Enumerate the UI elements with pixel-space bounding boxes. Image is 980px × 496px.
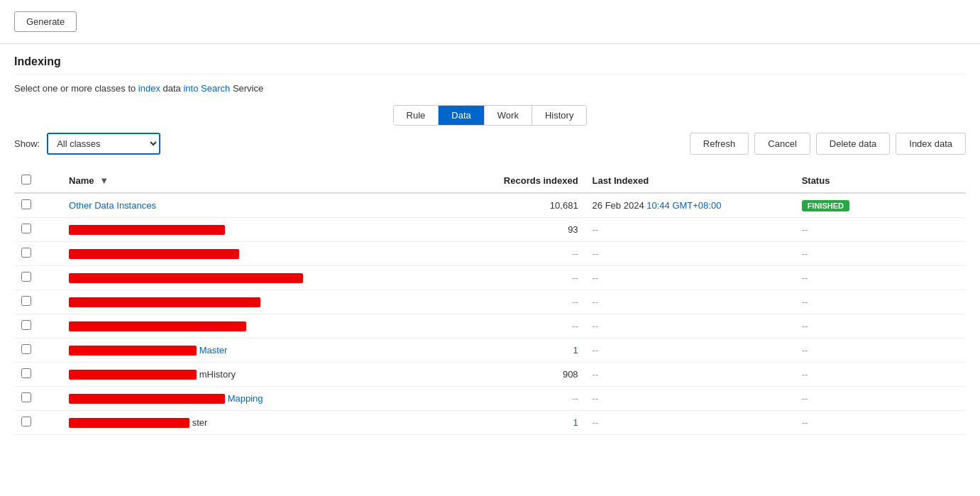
generate-button[interactable]: Generate <box>14 11 77 32</box>
row-checkbox[interactable] <box>21 224 31 233</box>
show-label: Show: <box>14 138 40 149</box>
row-checkbox-cell <box>14 266 62 290</box>
redacted-name <box>69 346 197 356</box>
row-records-cell: -- <box>442 314 585 338</box>
row-checkbox[interactable] <box>21 392 31 402</box>
tab-data[interactable]: Data <box>439 106 484 125</box>
row-status-cell: -- <box>795 338 966 363</box>
row-name-suffix: ster <box>192 417 208 428</box>
table-row: 93 -- -- <box>14 218 966 242</box>
row-checkbox-cell <box>14 363 62 387</box>
row-status-cell: -- <box>795 242 966 266</box>
row-name-cell <box>62 314 442 338</box>
row-status-cell: -- <box>795 266 966 290</box>
row-checkbox-cell <box>14 411 62 435</box>
row-records-cell: 10,681 <box>442 193 585 218</box>
row-checkbox[interactable] <box>21 320 31 330</box>
search-link: Search <box>201 83 230 94</box>
row-checkbox-cell <box>14 193 62 218</box>
row-name-cell <box>62 242 442 266</box>
redacted-name <box>69 225 225 235</box>
tab-history[interactable]: History <box>532 106 586 125</box>
row-name-cell: Other Data Instances <box>62 193 442 218</box>
row-name-cell: ster <box>62 411 442 435</box>
redacted-name <box>69 370 197 380</box>
data-table: Name ▼ Records indexed Last Indexed Stat… <box>14 169 966 435</box>
tabs: Rule Data Work History <box>393 105 588 126</box>
row-checkbox[interactable] <box>21 417 31 426</box>
row-name-link[interactable]: Master <box>199 345 228 356</box>
row-checkbox[interactable] <box>21 272 31 282</box>
header-name-label: Name <box>69 175 94 186</box>
table-row: -- -- -- <box>14 314 966 338</box>
last-indexed-time: 10:44 GMT+08:00 <box>646 200 721 211</box>
row-records-cell: 1 <box>442 338 585 363</box>
row-checkbox[interactable] <box>21 248 31 258</box>
row-records-cell: 1 <box>442 411 585 435</box>
row-name-cell <box>62 218 442 242</box>
last-indexed-date: 26 Feb 2024 <box>593 200 644 211</box>
top-section: Generate <box>0 0 980 44</box>
index-data-button[interactable]: Index data <box>896 133 966 155</box>
redacted-name <box>69 273 303 283</box>
row-name-link[interactable]: Mapping <box>228 393 263 404</box>
header-name: Name ▼ <box>62 169 442 193</box>
row-status-cell: -- <box>795 314 966 338</box>
row-checkbox-cell <box>14 218 62 242</box>
header-status: Status <box>795 169 966 193</box>
dash: -- <box>802 224 808 235</box>
row-name-link[interactable]: Other Data Instances <box>69 200 156 211</box>
upper-area: Show: All classes Refresh Cancel Delete … <box>14 133 966 163</box>
table-row: -- -- -- <box>14 290 966 314</box>
row-checkbox-cell <box>14 387 62 411</box>
header-checkbox <box>14 169 62 193</box>
row-checkbox[interactable] <box>21 199 31 209</box>
row-name-cell: Mapping <box>62 387 442 411</box>
row-name-cell <box>62 290 442 314</box>
into-link: into <box>183 83 198 94</box>
row-checkbox-cell <box>14 290 62 314</box>
select-all-checkbox[interactable] <box>21 175 31 184</box>
header-records: Records indexed <box>442 169 585 193</box>
delete-data-button[interactable]: Delete data <box>816 133 891 155</box>
row-checkbox[interactable] <box>21 296 31 306</box>
refresh-button[interactable]: Refresh <box>690 133 749 155</box>
row-last-indexed-cell: -- <box>585 290 795 314</box>
redacted-name <box>69 418 189 428</box>
row-name-cell: mHistory <box>62 363 442 387</box>
row-status-cell: -- <box>795 363 966 387</box>
show-select[interactable]: All classes <box>47 133 160 155</box>
row-status-cell: -- <box>795 387 966 411</box>
row-last-indexed-cell: 26 Feb 2024 10:44 GMT+08:00 <box>585 193 795 218</box>
tab-work[interactable]: Work <box>485 106 532 125</box>
table-row: -- -- -- <box>14 242 966 266</box>
sort-icon[interactable]: ▼ <box>99 175 109 186</box>
row-name-suffix: mHistory <box>199 369 236 380</box>
cancel-button[interactable]: Cancel <box>754 133 810 155</box>
row-last-indexed-cell: -- <box>585 314 795 338</box>
row-checkbox-cell <box>14 338 62 363</box>
table-row: mHistory 908 -- -- <box>14 363 966 387</box>
row-records-cell: -- <box>442 387 585 411</box>
row-last-indexed-cell: -- <box>585 218 795 242</box>
row-records-cell: 908 <box>442 363 585 387</box>
row-checkbox[interactable] <box>21 344 31 354</box>
redacted-name <box>69 249 239 259</box>
row-name-cell: Master <box>62 338 442 363</box>
row-status-cell: -- <box>795 411 966 435</box>
row-checkbox-cell <box>14 314 62 338</box>
table-container: Name ▼ Records indexed Last Indexed Stat… <box>14 169 966 435</box>
redacted-name <box>69 394 225 404</box>
row-last-indexed-cell: -- <box>585 363 795 387</box>
table-row: -- -- -- <box>14 266 966 290</box>
row-last-indexed-cell: -- <box>585 338 795 363</box>
row-checkbox[interactable] <box>21 368 31 378</box>
dash: -- <box>593 224 599 235</box>
table-row: ster 1 -- -- <box>14 411 966 435</box>
row-name-cell <box>62 266 442 290</box>
row-records-cell: -- <box>442 266 585 290</box>
row-checkbox-cell <box>14 242 62 266</box>
description: Select one or more classes to index data… <box>14 83 966 94</box>
tab-rule[interactable]: Rule <box>394 106 439 125</box>
table-row: Mapping -- -- -- <box>14 387 966 411</box>
